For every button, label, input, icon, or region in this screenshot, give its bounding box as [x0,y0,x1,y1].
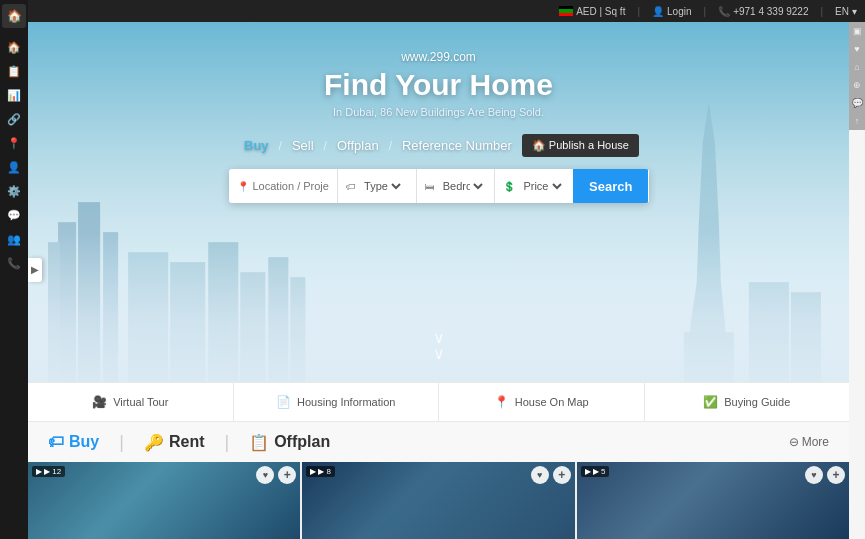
phone-link[interactable]: 📞 +971 4 339 9222 [718,6,808,17]
search-type-field[interactable]: 🏷 Type [338,169,417,203]
map-icon: 📍 [494,395,509,409]
tab-separator-1: | [119,432,124,453]
type-select[interactable]: Type [360,179,404,193]
sidebar-icon-location[interactable]: 📍 [3,132,25,154]
tab-separator-2: | [224,432,229,453]
right-icon-search[interactable]: ⊕ [853,80,861,90]
phone-icon: 📞 [718,6,730,17]
nav-house-on-map[interactable]: 📍 House On Map [439,383,645,421]
lang-switcher[interactable]: EN ▾ [835,6,857,17]
nav-sep-2: / [324,139,327,153]
tab-buy[interactable]: 🏷 Buy [48,433,99,451]
login-link[interactable]: 👤 Login [652,6,691,17]
type-icon: 🏷 [346,181,356,192]
sidebar-icon-phone[interactable]: 📞 [3,252,25,274]
card-1-plus-btn[interactable]: + [278,466,296,484]
card-3-plus-btn[interactable]: + [827,466,845,484]
nav-virtual-tour[interactable]: 🎥 Virtual Tour [28,383,234,421]
search-location-field[interactable]: 📍 [229,169,339,203]
sidebar-logo[interactable]: 🏠 [2,4,26,28]
sidebar-icon-settings[interactable]: ⚙️ [3,180,25,202]
topbar-separator-2: | [704,6,707,17]
sidebar-icon-user[interactable]: 👤 [3,156,25,178]
offplan-tag-icon: 📋 [249,433,269,452]
hero-subtitle: In Dubai, 86 New Buildings Are Being Sol… [333,106,544,118]
section-tabs: 🏷 Buy | 🔑 Rent | 📋 Offplan ⊖ More [28,422,849,462]
right-sidebar: ▣ ♥ ⌂ ⊕ 💬 ↑ [849,22,865,130]
hero-title: Find Your Home [324,68,553,102]
search-price-field[interactable]: 💲 Price [495,169,573,203]
login-icon: 👤 [652,6,664,17]
scroll-down-indicator[interactable]: ∨∨ [433,330,445,362]
currency-display: AED | Sq ft [559,6,625,17]
property-card-2[interactable]: ▶▶ 8 ♥ + [302,462,574,539]
more-link[interactable]: ⊖ More [789,435,829,449]
sidebar-icon-chat[interactable]: 💬 [3,204,25,226]
right-icon-up[interactable]: ↑ [855,116,860,126]
rent-tag-icon: 🔑 [144,433,164,452]
card-2-badge: ▶▶ 8 [306,466,335,477]
nav-sep-3: / [389,139,392,153]
card-3-actions: ♥ + [805,466,845,484]
right-icon-heart[interactable]: ♥ [854,44,859,54]
card-1-badge: ▶▶ 12 [32,466,65,477]
buy-tag-icon: 🏷 [48,433,64,451]
hero-nav: Buy / Sell / Offplan / Reference Number … [238,134,639,157]
nav-sell[interactable]: Sell [286,136,320,155]
right-icon-chat[interactable]: 💬 [852,98,863,108]
housing-info-icon: 📄 [276,395,291,409]
nav-sep-1: / [279,139,282,153]
tab-offplan[interactable]: 📋 Offplan [249,433,330,452]
location-icon: 📍 [237,181,249,192]
property-card-1[interactable]: ▶▶ 12 ♥ + [28,462,300,539]
nav-buying-guide[interactable]: ✅ Buying Guide [645,383,850,421]
hero-section: www.299.com Find Your Home In Dubai, 86 … [28,22,849,382]
sidebar-icon-list[interactable]: 📋 [3,60,25,82]
search-bar: 📍 🏷 Type 🛏 Bedroom 💲 Price [229,169,649,203]
price-select[interactable]: Price [519,179,565,193]
sidebar-icon-home[interactable]: 🏠 [3,36,25,58]
bottom-nav: 🎥 Virtual Tour 📄 Housing Information 📍 H… [28,382,849,422]
card-1-actions: ♥ + [256,466,296,484]
card-3-heart-btn[interactable]: ♥ [805,466,823,484]
buying-guide-icon: ✅ [703,395,718,409]
card-2-plus-btn[interactable]: + [553,466,571,484]
bedroom-select[interactable]: Bedroom [439,179,487,193]
topbar: AED | Sq ft | 👤 Login | 📞 +971 4 339 922… [28,0,865,22]
hero-content: www.299.com Find Your Home In Dubai, 86 … [28,22,849,382]
nav-housing-info[interactable]: 📄 Housing Information [234,383,440,421]
card-1-heart-btn[interactable]: ♥ [256,466,274,484]
right-icon-home[interactable]: ⌂ [854,62,859,72]
nav-buy[interactable]: Buy [238,136,275,155]
topbar-separator-3: | [820,6,823,17]
sidebar-icon-chart[interactable]: 📊 [3,84,25,106]
sidebar: 🏠 🏠 📋 📊 🔗 📍 👤 ⚙️ 💬 👥 📞 [0,0,28,539]
card-3-badge: ▶▶ 5 [581,466,610,477]
location-input[interactable] [253,180,330,192]
topbar-separator-1: | [637,6,640,17]
virtual-tour-icon: 🎥 [92,395,107,409]
property-cards-row: ▶▶ 12 ♥ + ▶▶ 8 ♥ + ▶▶ 5 ♥ + [28,462,849,539]
card-2-heart-btn[interactable]: ♥ [531,466,549,484]
search-bedroom-field[interactable]: 🛏 Bedroom [417,169,496,203]
hero-url: www.299.com [401,50,476,64]
property-card-3[interactable]: ▶▶ 5 ♥ + [577,462,849,539]
publish-house-button[interactable]: 🏠 Publish a House [522,134,639,157]
search-button[interactable]: Search [573,169,648,203]
chevron-down-icon: ▾ [852,6,857,17]
more-circle-icon: ⊖ [789,435,799,449]
bedroom-icon: 🛏 [425,181,435,192]
tab-rent[interactable]: 🔑 Rent [144,433,205,452]
sidebar-icon-users[interactable]: 👥 [3,228,25,250]
price-icon: 💲 [503,181,515,192]
sidebar-icon-link[interactable]: 🔗 [3,108,25,130]
nav-reference[interactable]: Reference Number [396,136,518,155]
card-2-actions: ♥ + [531,466,571,484]
sidebar-expand-arrow[interactable]: ▶ [28,258,42,282]
right-icon-expand[interactable]: ▣ [853,26,862,36]
nav-offplan[interactable]: Offplan [331,136,385,155]
